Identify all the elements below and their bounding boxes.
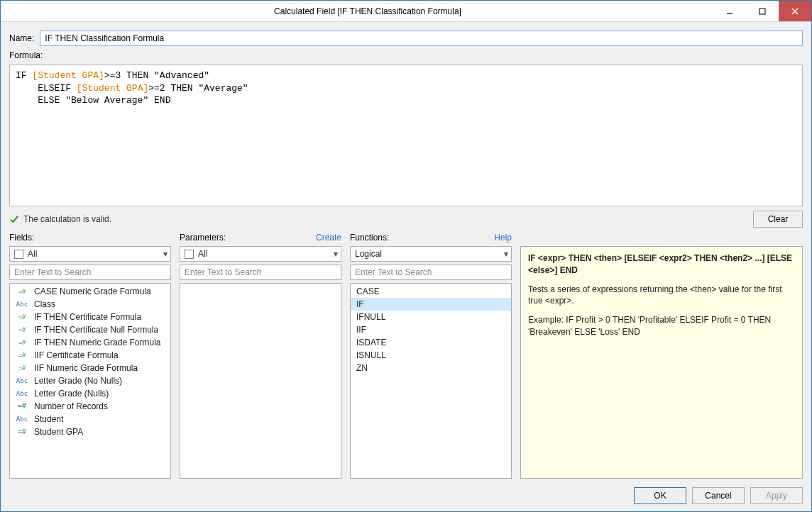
list-item[interactable]: AbcStudent xyxy=(10,413,170,425)
formula-editor[interactable]: IF [Student GPA]>=3 THEN "Advanced" ELSE… xyxy=(9,65,803,206)
formula-text: >=3 THEN "Advanced" xyxy=(104,70,209,81)
fields-label: Fields: xyxy=(9,233,34,243)
parameters-pane: Parameters: Create All ▾ Enter Text to S… xyxy=(180,232,341,479)
calc-field-icon: =# xyxy=(14,312,30,322)
apply-button[interactable]: Apply xyxy=(750,487,803,504)
list-item[interactable]: =#IF THEN Certificate Formula xyxy=(10,311,170,323)
list-item[interactable]: CASE xyxy=(351,285,511,298)
list-item[interactable]: =#IIF Numeric Grade Formula xyxy=(10,362,170,374)
list-item[interactable]: AbcLetter Grade (No Nulls) xyxy=(10,374,170,387)
list-item-label: Letter Grade (No Nulls) xyxy=(34,375,122,386)
list-item[interactable]: ZN xyxy=(351,362,511,374)
function-help-box: IF <expr> THEN <then> [ELSEIF <expr2> TH… xyxy=(520,246,803,479)
parameters-search-input[interactable]: Enter Text to Search xyxy=(180,265,341,280)
list-item[interactable]: IFNULL xyxy=(351,311,511,323)
abc-field-icon: Abc xyxy=(14,389,30,399)
calc-field-icon: =# xyxy=(14,350,30,360)
panes-row: Fields: All ▾ Enter Text to Search =#CAS… xyxy=(9,232,803,479)
help-pane: IF <expr> THEN <then> [ELSEIF <expr2> TH… xyxy=(520,232,803,479)
list-item-label: Student GPA xyxy=(34,426,83,438)
ok-button[interactable]: OK xyxy=(634,487,686,504)
chevron-down-icon: ▾ xyxy=(163,249,168,259)
list-item-label: Class xyxy=(34,299,55,310)
name-row: Name: xyxy=(9,30,803,46)
fields-pane: Fields: All ▾ Enter Text to Search =#CAS… xyxy=(9,232,171,479)
list-item-label: CASE Numeric Grade Formula xyxy=(34,286,151,297)
svg-rect-1 xyxy=(759,9,765,14)
list-item[interactable]: IIF xyxy=(351,323,511,336)
formula-text: >=2 THEN "Average" xyxy=(148,83,248,94)
abc-field-icon: Abc xyxy=(14,376,30,386)
chevron-down-icon: ▾ xyxy=(334,249,338,259)
minimize-icon xyxy=(725,7,734,16)
list-item-label: IF THEN Certificate Formula xyxy=(34,311,141,323)
functions-help-link[interactable]: Help xyxy=(494,233,512,243)
list-item-label: Number of Records xyxy=(34,401,108,412)
title-bar: Calculated Field [IF THEN Classification… xyxy=(1,1,811,22)
num-field-icon: =# xyxy=(14,401,30,411)
list-item-label: Student xyxy=(34,413,63,425)
list-item[interactable]: ISDATE xyxy=(351,336,511,349)
cancel-button[interactable]: Cancel xyxy=(692,487,745,504)
list-item-label: Letter Grade (Nulls) xyxy=(34,388,109,399)
num-field-icon: =# xyxy=(14,427,30,437)
client-area: Name: Formula: IF [Student GPA]>=3 THEN … xyxy=(1,22,811,511)
calc-field-icon: =# xyxy=(14,325,30,335)
list-item[interactable]: =#IIF Certificate Formula xyxy=(10,349,170,362)
parameters-label: Parameters: xyxy=(180,233,226,243)
formula-text: ELSEIF xyxy=(16,83,77,94)
close-icon xyxy=(791,7,799,16)
abc-field-icon: Abc xyxy=(14,299,30,309)
help-syntax: IF <expr> THEN <then> [ELSEIF <expr2> TH… xyxy=(528,252,795,277)
parameters-list[interactable] xyxy=(180,283,341,479)
name-label: Name: xyxy=(9,33,34,43)
list-item[interactable]: =#IF THEN Numeric Grade Formula xyxy=(10,336,170,349)
functions-pane: Functions: Help Logical ▾ Enter Text to … xyxy=(350,232,512,479)
help-description: Tests a series of expressions returning … xyxy=(528,284,795,308)
fields-list[interactable]: =#CASE Numeric Grade FormulaAbcClass=#IF… xyxy=(9,283,171,479)
validation-status: The calculation is valid. xyxy=(9,214,111,224)
field-reference: [Student GPA] xyxy=(32,70,104,81)
functions-label: Functions: xyxy=(350,233,389,243)
combo-value: All xyxy=(198,249,207,259)
validation-text: The calculation is valid. xyxy=(23,214,111,224)
functions-search-input[interactable]: Enter Text to Search xyxy=(350,265,512,280)
validation-row: The calculation is valid. Clear xyxy=(9,211,803,228)
list-item[interactable]: =#IF THEN Certificate Null Formula xyxy=(10,323,170,336)
list-item[interactable]: AbcClass xyxy=(10,298,170,311)
list-item[interactable]: AbcLetter Grade (Nulls) xyxy=(10,387,170,400)
help-example: Example: IF Profit > 0 THEN 'Profitable'… xyxy=(528,314,795,338)
functions-category-combo[interactable]: Logical ▾ xyxy=(350,246,512,262)
calc-field-icon: =# xyxy=(14,338,30,347)
list-item[interactable]: =#Student GPA xyxy=(10,425,170,438)
list-item[interactable]: =#CASE Numeric Grade Formula xyxy=(10,285,170,298)
abc-field-icon: Abc xyxy=(14,414,30,424)
maximize-icon xyxy=(758,7,767,16)
parameters-filter-combo[interactable]: All ▾ xyxy=(180,246,341,262)
chevron-down-icon: ▾ xyxy=(504,249,508,259)
fields-filter-combo[interactable]: All ▾ xyxy=(9,246,171,262)
checkbox-icon xyxy=(185,250,194,259)
list-item-label: IIF Certificate Formula xyxy=(34,350,119,361)
combo-value: Logical xyxy=(355,249,382,259)
maximize-button[interactable] xyxy=(746,1,779,21)
formula-label: Formula: xyxy=(9,50,803,60)
name-input[interactable] xyxy=(40,30,803,46)
create-parameter-link[interactable]: Create xyxy=(316,233,341,243)
list-item[interactable]: =#Number of Records xyxy=(10,400,170,413)
minimize-button[interactable] xyxy=(713,1,746,21)
functions-list[interactable]: CASEIFIFNULLIIFISDATEISNULLZN xyxy=(350,283,512,479)
fields-search-input[interactable]: Enter Text to Search xyxy=(9,265,171,280)
dialog-window: Calculated Field [IF THEN Classification… xyxy=(0,0,812,512)
checkbox-icon xyxy=(14,250,23,259)
list-item[interactable]: ISNULL xyxy=(351,349,511,362)
list-item-label: IIF Numeric Grade Formula xyxy=(34,362,138,374)
formula-text: IF xyxy=(16,70,32,81)
field-reference: [Student GPA] xyxy=(77,83,148,94)
close-button[interactable] xyxy=(779,1,811,21)
clear-button[interactable]: Clear xyxy=(753,211,803,228)
list-item[interactable]: IF xyxy=(351,298,511,311)
combo-value: All xyxy=(28,249,37,259)
calc-field-icon: =# xyxy=(14,286,30,296)
window-buttons xyxy=(713,1,811,21)
